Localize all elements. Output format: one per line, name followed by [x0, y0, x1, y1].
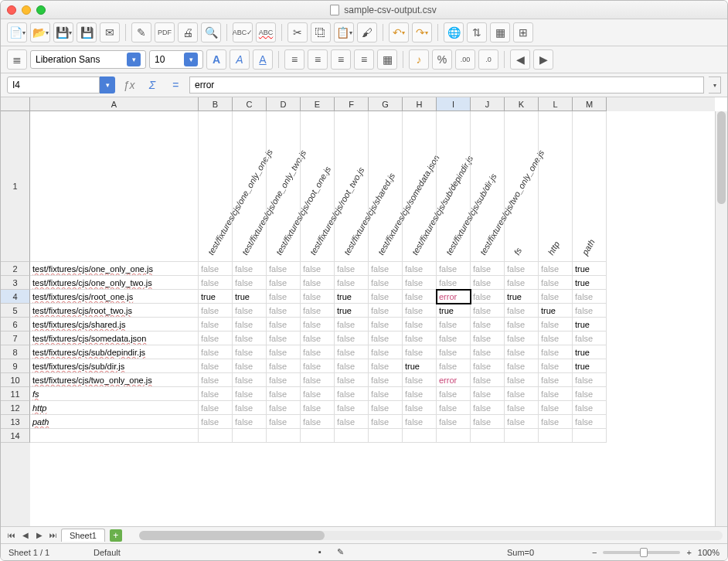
cell-G2[interactable]: false [369, 262, 403, 276]
cell-L14[interactable] [539, 429, 573, 443]
cell-L1[interactable]: http [539, 111, 573, 262]
formula-input[interactable] [189, 76, 704, 94]
cell-I2[interactable]: false [437, 262, 471, 276]
cell-J3[interactable]: false [471, 276, 505, 290]
cell-H6[interactable]: false [403, 318, 437, 332]
close-window-button[interactable] [7, 5, 16, 15]
cell-M9[interactable]: true [573, 359, 607, 373]
cell-A13[interactable]: path [30, 415, 199, 429]
cell-B2[interactable]: false [199, 262, 233, 276]
cell-C1[interactable]: test/fixtures/cjs/one_only_two.js [233, 111, 267, 262]
cut-button[interactable]: ✂ [287, 22, 308, 42]
cell-K10[interactable]: false [505, 373, 539, 387]
cell-J1[interactable]: test/fixtures/cjs/two_only_one.js [471, 111, 505, 262]
cell-B11[interactable]: false [199, 387, 233, 401]
cell-D8[interactable]: false [267, 345, 301, 359]
horizontal-scrollbar[interactable] [139, 531, 723, 540]
open-button[interactable]: 📂▾ [30, 22, 50, 42]
tab-prev-button[interactable]: ◀ [19, 529, 32, 542]
column-header-B[interactable]: B [199, 97, 233, 111]
row-header-8[interactable]: 8 [1, 345, 30, 359]
cell-E10[interactable]: false [301, 373, 335, 387]
cell-F13[interactable]: false [335, 415, 369, 429]
cell-G6[interactable]: false [369, 318, 403, 332]
column-header-L[interactable]: L [539, 97, 573, 111]
percent-button[interactable]: % [432, 49, 452, 70]
column-header-M[interactable]: M [573, 97, 607, 111]
zoom-in-button[interactable]: + [686, 548, 691, 557]
cell-H12[interactable]: false [403, 401, 437, 415]
cell-I10[interactable]: error [437, 373, 471, 387]
cell-F14[interactable] [335, 429, 369, 443]
cell-L7[interactable]: false [539, 332, 573, 345]
cell-D12[interactable]: false [267, 401, 301, 415]
add-decimal-button[interactable]: .00 [455, 49, 475, 70]
cell-A11[interactable]: fs [30, 387, 199, 401]
hyperlink-button[interactable]: 🌐 [444, 22, 464, 42]
paste-button[interactable]: 📋▾ [334, 22, 354, 42]
row-header-9[interactable]: 9 [1, 359, 30, 373]
cell-D13[interactable]: false [267, 415, 301, 429]
row-header-1[interactable]: 1 [1, 111, 30, 262]
cell-E11[interactable]: false [301, 387, 335, 401]
cell-C9[interactable]: false [233, 359, 267, 373]
column-header-K[interactable]: K [505, 97, 539, 111]
signature-icon[interactable]: ✎ [337, 547, 344, 557]
save-as-button[interactable]: 💾 [77, 22, 97, 42]
cell-A14[interactable] [30, 429, 199, 443]
cell-L12[interactable]: false [539, 401, 573, 415]
cell-L8[interactable]: false [539, 345, 573, 359]
autofilter-button[interactable]: ▦ [490, 22, 510, 42]
spellcheck-button[interactable]: ABC✓ [233, 22, 253, 42]
cell-G12[interactable]: false [369, 401, 403, 415]
cell-C13[interactable]: false [233, 415, 267, 429]
cell-H3[interactable]: false [403, 276, 437, 290]
cell-B4[interactable]: true [199, 290, 233, 304]
cell-D14[interactable] [267, 429, 301, 443]
cell-E8[interactable]: false [301, 345, 335, 359]
cell-B12[interactable]: false [199, 401, 233, 415]
cell-reference-box[interactable]: ▾ [7, 76, 115, 94]
zoom-knob[interactable] [640, 548, 648, 557]
font-name-combo[interactable]: Liberation Sans ▾ [30, 50, 146, 69]
cell-K13[interactable]: false [505, 415, 539, 429]
increase-indent-button[interactable]: ▶ [533, 49, 553, 70]
cell-D5[interactable]: false [267, 304, 301, 318]
row-header-14[interactable]: 14 [1, 429, 30, 443]
cell-B3[interactable]: false [199, 276, 233, 290]
cell-M12[interactable]: false [573, 401, 607, 415]
cell-F2[interactable]: false [335, 262, 369, 276]
autospell-button[interactable]: ABC [256, 22, 276, 42]
cell-A7[interactable]: test/fixtures/cjs/somedata.json [30, 332, 199, 345]
zoom-slider[interactable] [603, 551, 680, 554]
cell-J8[interactable]: false [471, 345, 505, 359]
column-header-F[interactable]: F [335, 97, 369, 111]
cell-F6[interactable]: false [335, 318, 369, 332]
cell-G1[interactable]: test/fixtures/cjs/somedata.json [369, 111, 403, 262]
sum-indicator[interactable]: Sum=0 [507, 548, 569, 557]
cell-B9[interactable]: false [199, 359, 233, 373]
cell-E9[interactable]: false [301, 359, 335, 373]
cell-E4[interactable]: false [301, 290, 335, 304]
cell-B13[interactable]: false [199, 415, 233, 429]
cell-F7[interactable]: false [335, 332, 369, 345]
cell-G7[interactable]: false [369, 332, 403, 345]
cell-A1[interactable] [30, 111, 199, 262]
align-center-button[interactable]: ≡ [308, 49, 328, 70]
row-header-7[interactable]: 7 [1, 332, 30, 345]
cell-M4[interactable]: false [573, 290, 607, 304]
cell-D4[interactable]: false [267, 290, 301, 304]
cell-E2[interactable]: false [301, 262, 335, 276]
cell-E1[interactable]: test/fixtures/cjs/root_two.js [301, 111, 335, 262]
cell-M7[interactable]: false [573, 332, 607, 345]
cell-F11[interactable]: false [335, 387, 369, 401]
align-justify-button[interactable]: ≡ [354, 49, 374, 70]
cell-I7[interactable]: false [437, 332, 471, 345]
cell-A12[interactable]: http [30, 401, 199, 415]
cell-J5[interactable]: false [471, 304, 505, 318]
export-pdf-button[interactable]: PDF [155, 22, 175, 42]
new-doc-button[interactable]: 📄▾ [7, 22, 27, 42]
cell-H13[interactable]: false [403, 415, 437, 429]
save-button[interactable]: 💾▾ [53, 22, 73, 42]
cell-F12[interactable]: false [335, 401, 369, 415]
